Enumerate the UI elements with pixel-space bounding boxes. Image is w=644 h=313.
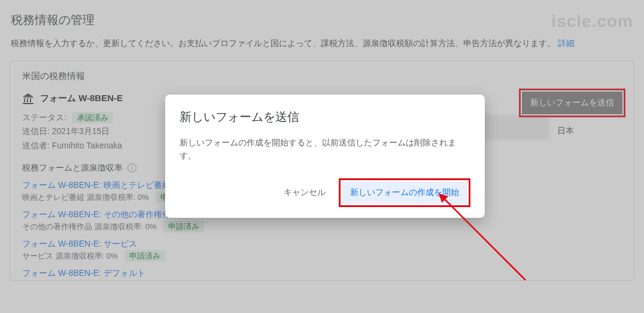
modal-dialog: 新しいフォームを送信 新しいフォームの作成を開始すると、以前送信したフォームは削…: [165, 95, 485, 218]
modal-body: 新しいフォームの作成を開始すると、以前送信したフォームは削除されます。: [180, 136, 470, 163]
confirm-button-highlight: 新しいフォームの作成を開始: [339, 178, 470, 207]
cancel-button[interactable]: キャンセル: [278, 183, 332, 203]
modal-title: 新しいフォームを送信: [180, 109, 470, 125]
confirm-button[interactable]: 新しいフォームの作成を開始: [342, 181, 467, 204]
modal-actions: キャンセル 新しいフォームの作成を開始: [180, 178, 470, 207]
